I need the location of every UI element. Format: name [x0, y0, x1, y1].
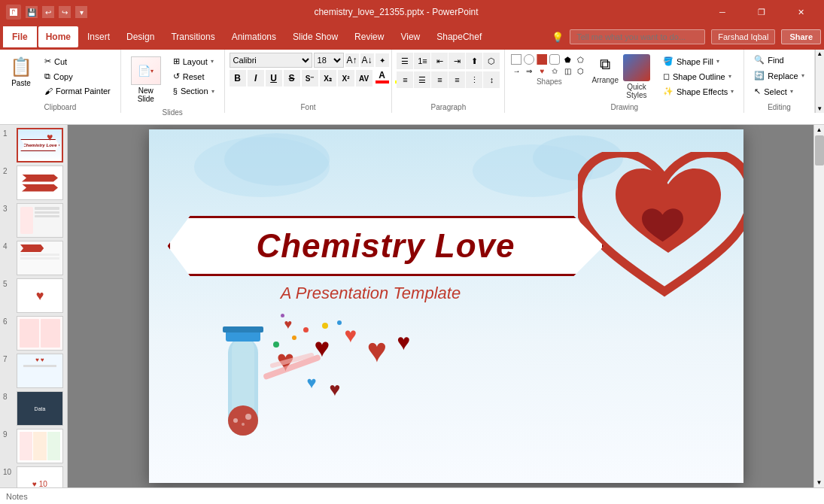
shape-item[interactable]: → [511, 65, 521, 76]
shape-effects-button[interactable]: ✨ Shape Effects ▾ [658, 84, 739, 99]
reset-button[interactable]: ↺ Reset [168, 69, 220, 83]
slide-thumb-5[interactable]: 5 ♥ [3, 278, 64, 313]
quick-styles-button[interactable]: QuickStyles [622, 53, 652, 99]
slide-thumb-9[interactable]: 9 [3, 429, 64, 463]
slide-thumb-8[interactable]: 8 Data [3, 391, 64, 426]
subscript-button[interactable]: X₂ [320, 70, 336, 87]
menu-animations[interactable]: Animations [224, 26, 284, 47]
slide-image-9[interactable] [17, 429, 63, 463]
align-right-button[interactable]: ≡ [431, 71, 448, 88]
layout-button[interactable]: ⊞ Layout ▾ [168, 54, 220, 68]
shadow-button[interactable]: S⁻ [302, 70, 318, 87]
user-button[interactable]: Farshad Iqbal [711, 29, 775, 44]
new-slide-button[interactable]: 📄▾ NewSlide [126, 53, 166, 107]
paste-button[interactable]: 📋 Paste [5, 53, 38, 91]
columns-button[interactable]: ⋮ [466, 71, 482, 88]
slide-image-5[interactable]: ♥ [17, 278, 63, 313]
scroll-down-button[interactable]: ▼ [814, 478, 824, 487]
slide-image-10[interactable]: ♥ 10 [17, 466, 63, 487]
shape-outline-button[interactable]: ◻ Shape Outline ▾ [658, 69, 739, 83]
shape-item[interactable]: ◫ [562, 65, 573, 76]
slide-thumb-4[interactable]: 4 [3, 241, 64, 275]
slide-thumb-6[interactable]: 6 [3, 316, 64, 351]
shape-item[interactable]: ⬟ [562, 54, 573, 65]
shape-item[interactable] [549, 54, 560, 65]
line-spacing-button[interactable]: ↕ [483, 71, 500, 88]
font-color-button[interactable]: A [374, 70, 391, 87]
menu-insert[interactable]: Insert [80, 26, 117, 47]
close-button[interactable]: ✕ [783, 0, 818, 24]
convert-smartart-button[interactable]: ⬡ [483, 53, 500, 69]
menu-design[interactable]: Design [119, 26, 162, 47]
share-button[interactable]: Share [781, 29, 821, 44]
vertical-scrollbar[interactable]: ▲ ▼ [813, 125, 824, 487]
menu-home[interactable]: Home [38, 26, 78, 47]
undo-button[interactable]: ↩ [42, 6, 54, 18]
slide-image-4[interactable] [17, 241, 63, 275]
font-size-select[interactable]: 18 [314, 53, 344, 68]
bold-button[interactable]: B [230, 70, 246, 87]
shape-item[interactable] [537, 54, 547, 65]
menu-view[interactable]: View [393, 26, 427, 47]
arrange-button[interactable]: ⧉ Arrange [591, 53, 619, 84]
search-input[interactable] [570, 29, 705, 44]
align-left-button[interactable]: ≡ [397, 71, 413, 88]
format-painter-button[interactable]: 🖌 Format Painter [39, 84, 116, 98]
slide-image-2[interactable] [17, 165, 63, 200]
section-button[interactable]: § Section ▾ [168, 84, 220, 98]
decrease-font-button[interactable]: A↓ [360, 53, 374, 67]
find-button[interactable]: 🔍 Find [749, 53, 789, 67]
menu-slideshow[interactable]: Slide Show [285, 26, 345, 47]
copy-button[interactable]: ⧉ Copy [39, 69, 116, 83]
menu-review[interactable]: Review [347, 26, 391, 47]
menu-transitions[interactable]: Transitions [163, 26, 222, 47]
slide-thumb-3[interactable]: 3 [3, 203, 64, 238]
strikethrough-button[interactable]: S [284, 70, 300, 87]
ribbon-scroll-up[interactable]: ▲ [816, 50, 822, 57]
notes-bar[interactable]: Notes [0, 487, 824, 504]
superscript-button[interactable]: X² [338, 70, 354, 87]
slide-thumb-2[interactable]: 2 [3, 165, 64, 200]
italic-button[interactable]: I [248, 70, 264, 87]
replace-button[interactable]: 🔄 Replace ▾ [749, 68, 809, 83]
select-button[interactable]: ↖ Select ▾ [749, 84, 798, 99]
shape-fill-button[interactable]: 🪣 Shape Fill ▾ [658, 54, 739, 68]
restore-button[interactable]: ❐ [744, 0, 779, 24]
shape-item[interactable]: ✩ [549, 65, 560, 76]
slide-image-3[interactable] [17, 203, 63, 238]
ribbon-scroll-down[interactable]: ▼ [816, 105, 822, 112]
text-direction-button[interactable]: ⬆ [466, 53, 482, 69]
shape-item[interactable]: ⬠ [575, 54, 585, 65]
ribbon-scrollbar[interactable]: ▲ ▼ [815, 50, 824, 113]
slide-image-1[interactable]: Chemistry Love ♥ [17, 128, 63, 162]
slide-thumb-10[interactable]: 10 ♥ 10 [3, 466, 64, 487]
scroll-track[interactable] [814, 135, 824, 478]
underline-button[interactable]: U [266, 70, 282, 87]
font-name-select[interactable]: Calibri [230, 53, 312, 68]
shape-item[interactable]: ♥ [537, 65, 547, 76]
shape-item[interactable]: ⬡ [575, 65, 585, 76]
decrease-indent-button[interactable]: ⇤ [431, 53, 448, 69]
increase-font-button[interactable]: A↑ [345, 53, 359, 67]
slide-image-6[interactable] [17, 316, 63, 351]
shape-item[interactable] [511, 54, 521, 65]
slide-image-7[interactable]: ♥ ♥ [17, 354, 63, 388]
clear-format-button[interactable]: ✦ [376, 53, 389, 67]
justify-button[interactable]: ≡ [448, 71, 465, 88]
menu-file[interactable]: File [3, 26, 37, 47]
save-button[interactable]: 💾 [26, 6, 38, 18]
bullets-button[interactable]: ☰ [397, 53, 413, 69]
menu-shapechef[interactable]: ShapeChef [429, 26, 489, 47]
shape-item[interactable]: ⇒ [524, 65, 534, 76]
customize-button[interactable]: ▾ [75, 6, 87, 18]
align-center-button[interactable]: ☰ [414, 71, 430, 88]
cut-button[interactable]: ✂ Cut [39, 54, 116, 68]
shape-item[interactable] [524, 54, 534, 65]
char-spacing-button[interactable]: AV [356, 70, 372, 87]
slide-thumb-1[interactable]: 1 Chemistry Love ♥ [3, 128, 64, 162]
scroll-thumb[interactable] [815, 135, 824, 165]
slide-image-8[interactable]: Data [17, 391, 63, 426]
redo-button[interactable]: ↪ [59, 6, 71, 18]
slide-thumb-7[interactable]: 7 ♥ ♥ [3, 354, 64, 388]
numbering-button[interactable]: 1≡ [414, 53, 430, 69]
